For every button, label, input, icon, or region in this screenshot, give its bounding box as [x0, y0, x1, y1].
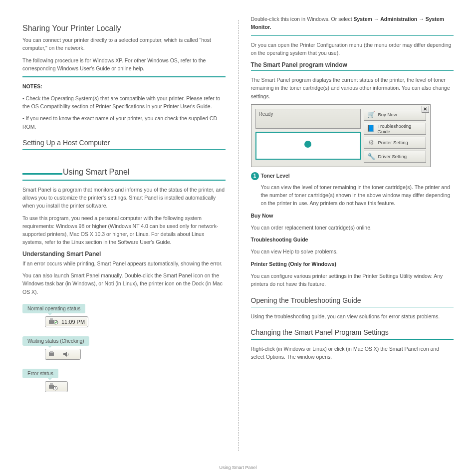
- divider-r1: [251, 35, 454, 36]
- printer-setting-button[interactable]: ⚙ Printer Setting: [364, 137, 426, 149]
- launch-p: You can also launch Smart Panel manually…: [22, 271, 226, 296]
- smartpanel-p1: Smart Panel is a program that monitors a…: [22, 186, 226, 210]
- printer-clock-icon: [48, 383, 58, 391]
- svg-rect-0: [49, 320, 54, 324]
- buy-now-label: Buy Now: [378, 112, 397, 117]
- cart-icon: 🛒: [367, 110, 376, 119]
- tray-widget-normal[interactable]: 11:09 PM: [45, 316, 88, 327]
- understanding-heading: Understanding Smart Panel: [22, 250, 226, 257]
- note-2: • If you need to know the exact name of …: [22, 114, 226, 131]
- divider-r3: [251, 307, 454, 308]
- book-icon: 📘: [367, 124, 375, 133]
- divider-r4: [251, 339, 454, 340]
- tray-time-text: 11:09 PM: [61, 319, 85, 325]
- smartpanel-p2: To use this program, you need a personal…: [22, 214, 226, 246]
- accent-bar: [22, 173, 62, 175]
- sharing-para1b: The following procedure is for Windows X…: [22, 56, 226, 73]
- open-path-line: Double-click this icon in Windows. Or se…: [251, 15, 454, 31]
- printer-setting-label: Printer Setting: [378, 140, 408, 145]
- right-column: Double-click this icon in Windows. Or se…: [238, 15, 467, 471]
- tray-widget-waiting[interactable]: [45, 349, 81, 360]
- sharing-para1a: You can connect your printer directly to…: [22, 36, 226, 52]
- callout-label: Toner Level: [261, 173, 290, 179]
- progwin-heading: The Smart Panel program window: [251, 61, 454, 68]
- callout-number: 1: [251, 172, 259, 180]
- status-label-normal: Normal operating status: [22, 304, 85, 313]
- divider-r2: [251, 70, 454, 71]
- gear-icon: ⚙: [367, 138, 376, 147]
- divider-1: [22, 76, 226, 77]
- toner-level-panel: [255, 132, 361, 160]
- svg-rect-3: [49, 352, 54, 356]
- status-panel: Ready: [255, 109, 361, 129]
- svg-rect-1: [50, 318, 53, 320]
- smartpanel-heading: Using Smart Panel: [63, 168, 129, 177]
- open-printer-p: Or you can open the Printer Configuratio…: [251, 41, 454, 57]
- buy-now-button[interactable]: 🛒 Buy Now: [364, 109, 426, 121]
- understanding-p: If an error occurs while printing, Smart…: [22, 259, 226, 267]
- changing-heading: Changing the Smart Panel Program Setting…: [251, 328, 454, 336]
- trouble-h: Troubleshooting Guide: [251, 237, 308, 242]
- smartpanel-dialog: ✕ Ready 🛒 Buy Now 📘: [251, 104, 431, 167]
- divider-3: [22, 180, 226, 181]
- host-heading: Setting Up a Host Computer: [22, 139, 226, 147]
- printer-icon: [48, 350, 58, 358]
- divider-2: [22, 149, 226, 150]
- driver-setting-button[interactable]: 🔧 Driver Setting: [364, 151, 426, 163]
- callout-1: 1 Toner Level: [251, 172, 454, 180]
- troubleshooting-label: Troubleshooting Guide: [378, 123, 423, 134]
- opening-p: Using the troubleshooting guide, you can…: [251, 312, 454, 320]
- wrench-icon: 🔧: [367, 152, 376, 161]
- ps-h: Printer Setting (Only for Windows): [251, 261, 336, 267]
- svg-rect-4: [50, 351, 53, 353]
- close-icon[interactable]: ✕: [422, 106, 429, 113]
- changing-p: Right-click (in Windows or Linux) or cli…: [251, 345, 454, 361]
- svg-rect-6: [50, 383, 53, 385]
- trouble-p: You can view Help to solve problems.: [251, 247, 454, 255]
- sound-icon: [61, 350, 71, 358]
- progwin-p: The Smart Panel program displays the cur…: [251, 76, 454, 100]
- driver-setting-label: Driver Setting: [378, 154, 407, 159]
- buynow-p: You can order replacement toner cartridg…: [251, 224, 454, 232]
- opening-heading: Opening the Troubleshooting Guide: [251, 296, 454, 304]
- status-text: Ready: [259, 111, 273, 117]
- printer-ok-icon: [48, 318, 58, 326]
- left-column: Sharing Your Printer Locally You can con…: [10, 15, 238, 471]
- svg-rect-5: [49, 385, 54, 389]
- status-label-error: Error status: [22, 369, 58, 378]
- troubleshooting-button[interactable]: 📘 Troubleshooting Guide: [364, 123, 426, 135]
- toner-level-marker: [304, 141, 311, 148]
- tray-widget-error[interactable]: [45, 381, 68, 392]
- buynow-h: Buy Now: [251, 213, 273, 219]
- ps-p: You can configure various printer settin…: [251, 272, 454, 288]
- callout-text: You can view the level of toner remainin…: [261, 183, 454, 208]
- notes-label: NOTES:: [22, 83, 42, 89]
- note-1: • Check the Operating System(s) that are…: [22, 94, 226, 111]
- page-footer: Using Smart Panel: [0, 465, 476, 470]
- status-label-waiting: Waiting status (Checking): [22, 336, 89, 346]
- sharing-heading: Sharing Your Printer Locally: [22, 24, 226, 33]
